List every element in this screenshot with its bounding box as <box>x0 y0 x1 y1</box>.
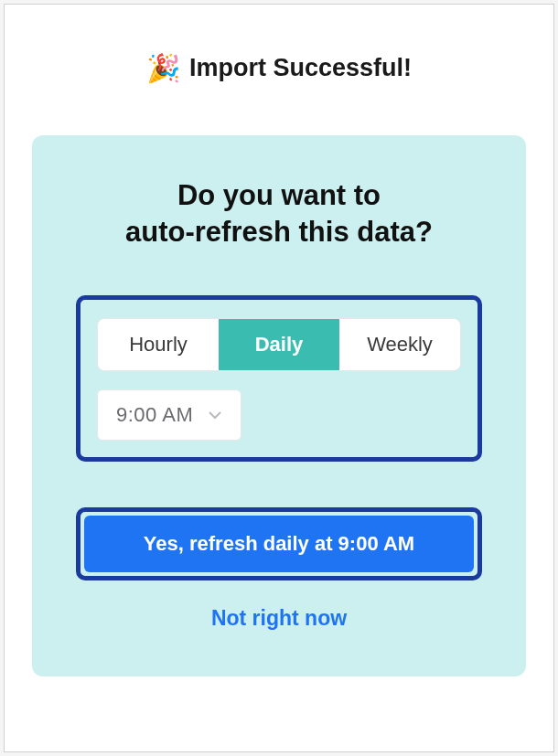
panel-title-line2: auto-refresh this data? <box>125 216 433 248</box>
party-popper-icon: 🎉 <box>146 55 180 82</box>
segment-weekly[interactable]: Weekly <box>339 319 460 370</box>
header: 🎉 Import Successful! <box>32 54 526 82</box>
panel-title-line1: Do you want to <box>177 179 381 211</box>
time-select[interactable]: 9:00 AM <box>97 389 241 441</box>
cta-highlight: Yes, refresh daily at 9:00 AM <box>76 507 482 580</box>
modal-frame: 🎉 Import Successful! Do you want to auto… <box>4 4 554 752</box>
segment-hourly[interactable]: Hourly <box>98 319 219 370</box>
chevron-down-icon <box>208 410 222 420</box>
confirm-refresh-button[interactable]: Yes, refresh daily at 9:00 AM <box>84 516 474 572</box>
segment-daily[interactable]: Daily <box>219 319 339 370</box>
background-hint <box>32 21 526 37</box>
frequency-segmented: Hourly Daily Weekly <box>97 318 461 371</box>
auto-refresh-panel: Do you want to auto-refresh this data? H… <box>32 135 526 676</box>
time-value: 9:00 AM <box>116 403 193 427</box>
header-title: Import Successful! <box>189 54 412 82</box>
not-right-now-link[interactable]: Not right now <box>211 606 347 631</box>
frequency-options-box: Hourly Daily Weekly 9:00 AM <box>76 295 482 462</box>
panel-title: Do you want to auto-refresh this data? <box>125 177 433 251</box>
